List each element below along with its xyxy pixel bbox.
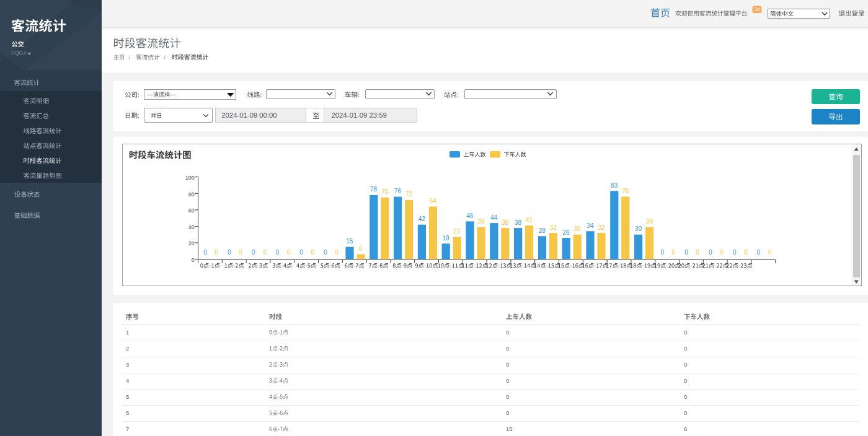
svg-text:0: 0	[276, 249, 280, 256]
svg-text:0: 0	[506, 361, 509, 368]
svg-text:3: 3	[126, 361, 129, 368]
svg-text:0: 0	[696, 249, 699, 256]
svg-text:75: 75	[381, 188, 389, 195]
svg-text:0: 0	[684, 361, 687, 368]
svg-text:4: 4	[126, 377, 129, 384]
svg-text:0: 0	[287, 249, 291, 256]
svg-text:38: 38	[502, 219, 509, 226]
svg-text:2024-01-09 00:00: 2024-01-09 00:00	[221, 111, 277, 119]
svg-text:39: 39	[477, 218, 485, 225]
svg-text:0: 0	[768, 249, 772, 256]
svg-text:0: 0	[684, 377, 687, 384]
svg-text:0: 0	[757, 249, 761, 256]
svg-text:0: 0	[684, 345, 687, 352]
svg-text:0: 0	[506, 377, 509, 384]
svg-text:27: 27	[454, 228, 461, 235]
svg-text:0: 0	[335, 249, 339, 256]
svg-text:41: 41	[526, 217, 533, 224]
svg-text:0: 0	[263, 249, 267, 256]
svg-text:28: 28	[539, 227, 546, 234]
svg-text:64: 64	[430, 198, 437, 204]
svg-text:0: 0	[684, 409, 687, 416]
svg-text:0: 0	[709, 249, 712, 256]
svg-text:76: 76	[622, 188, 629, 194]
svg-text:32: 32	[598, 224, 605, 231]
svg-text:0: 0	[733, 249, 737, 256]
svg-text:46: 46	[466, 212, 474, 219]
svg-text:38: 38	[515, 219, 522, 226]
svg-text:100: 100	[185, 175, 195, 181]
svg-text:0: 0	[239, 249, 242, 256]
svg-text:0: 0	[324, 249, 327, 256]
svg-text:26: 26	[562, 229, 570, 236]
svg-text:6: 6	[359, 245, 363, 252]
svg-text:80: 80	[188, 191, 195, 198]
svg-text:72: 72	[405, 191, 413, 198]
svg-text:76: 76	[394, 188, 402, 194]
svg-text:6: 6	[126, 409, 129, 416]
svg-text:60: 60	[188, 207, 195, 214]
svg-text:0: 0	[192, 257, 195, 263]
svg-text:19: 19	[442, 235, 450, 242]
svg-text:0: 0	[215, 249, 218, 256]
svg-text:2: 2	[126, 345, 129, 352]
svg-text:0: 0	[684, 329, 687, 336]
svg-text:AQGJ: AQGJ	[11, 50, 25, 56]
svg-text:34: 34	[587, 222, 594, 229]
svg-text:0: 0	[228, 249, 231, 256]
svg-text:/: /	[164, 54, 166, 61]
svg-text:30: 30	[635, 225, 642, 232]
svg-text:0: 0	[744, 249, 748, 256]
svg-text:0: 0	[203, 249, 207, 256]
svg-text:15: 15	[346, 238, 353, 245]
svg-text:0: 0	[660, 249, 664, 256]
svg-text:0: 0	[684, 249, 688, 256]
svg-text:1: 1	[126, 329, 129, 336]
svg-text:0: 0	[299, 249, 303, 256]
svg-text:42: 42	[418, 216, 426, 222]
svg-text:20: 20	[188, 240, 195, 246]
svg-text:83: 83	[611, 182, 618, 189]
svg-text:5: 5	[126, 393, 129, 400]
svg-text:78: 78	[370, 186, 378, 193]
svg-text:34: 34	[754, 6, 760, 12]
svg-text:0: 0	[506, 345, 509, 352]
svg-text:7: 7	[126, 425, 129, 432]
svg-text:0: 0	[720, 249, 724, 256]
svg-text:40: 40	[188, 224, 195, 230]
svg-text:0: 0	[506, 409, 509, 416]
svg-text:44: 44	[490, 214, 498, 221]
svg-text:0: 0	[506, 393, 509, 400]
svg-text:39: 39	[646, 218, 653, 225]
svg-text:0: 0	[311, 249, 315, 256]
svg-text:/: /	[129, 54, 131, 61]
svg-text:0: 0	[684, 393, 687, 400]
svg-text:0: 0	[506, 329, 509, 336]
svg-text:15: 15	[506, 425, 513, 432]
svg-text:32: 32	[550, 224, 557, 231]
svg-text:30: 30	[574, 225, 582, 232]
svg-text:0: 0	[672, 249, 676, 256]
svg-text:6: 6	[684, 425, 687, 432]
svg-text:2024-01-09 23:59: 2024-01-09 23:59	[332, 111, 387, 119]
svg-text:0: 0	[252, 249, 255, 256]
